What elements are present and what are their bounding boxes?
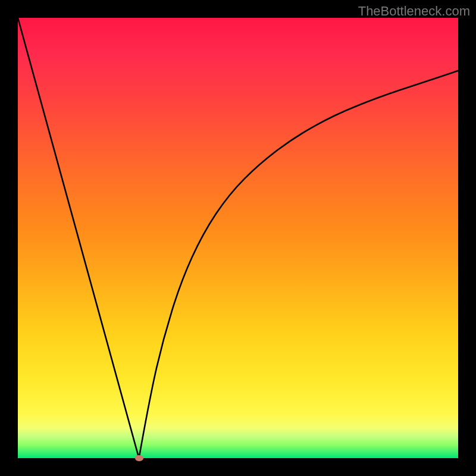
bottleneck-marker: [135, 455, 143, 461]
plot-area: [18, 18, 458, 458]
chart-frame: TheBottleneck.com: [0, 0, 476, 476]
bottleneck-curve: [18, 18, 458, 458]
watermark-text: TheBottleneck.com: [358, 4, 470, 19]
curve-left-branch: [18, 18, 139, 458]
curve-right-branch: [139, 71, 459, 458]
